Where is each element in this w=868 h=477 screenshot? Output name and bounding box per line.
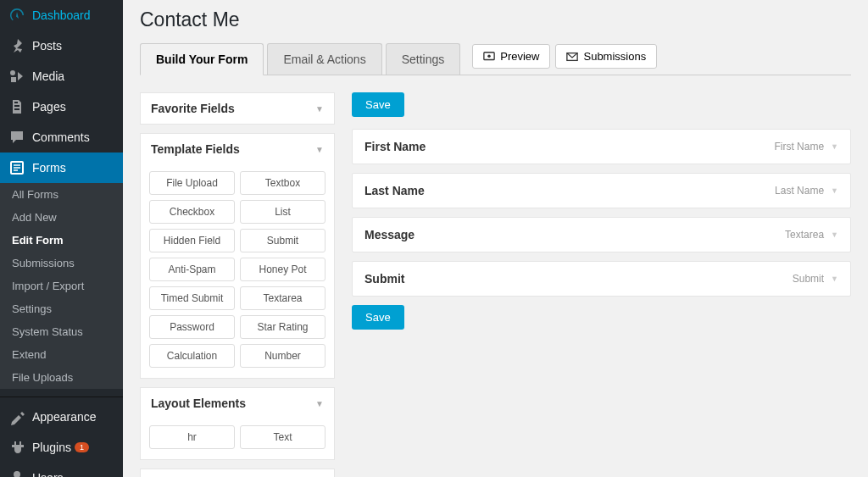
form-field-message[interactable]: MessageTextarea▼ (352, 217, 851, 252)
field-type-timed-submit[interactable]: Timed Submit (149, 286, 235, 310)
submenu-item-file-uploads[interactable]: File Uploads (0, 366, 123, 389)
submenu-item-extend[interactable]: Extend (0, 343, 123, 366)
field-type-honey-pot[interactable]: Honey Pot (240, 258, 326, 281)
menu-label: Forms (32, 161, 66, 175)
field-label: Submit (364, 272, 404, 286)
field-palette: Favorite Fields▼Template Fields▼File Upl… (140, 92, 335, 477)
comment-icon (8, 129, 25, 146)
menu-item-comments[interactable]: Comments (0, 122, 123, 153)
field-type-text: Last Name (775, 185, 824, 197)
field-type-star-rating[interactable]: Star Rating (240, 315, 326, 339)
svg-point-3 (487, 54, 491, 58)
field-type-hr[interactable]: hr (149, 425, 235, 449)
menu-item-users[interactable]: Users (0, 463, 123, 477)
submenu-item-system-status[interactable]: System Status (0, 320, 123, 343)
panel-title: Favorite Fields (151, 102, 235, 115)
menu-separator (0, 393, 123, 397)
chevron-down-icon: ▼ (315, 145, 324, 154)
field-type-textbox[interactable]: Textbox (240, 171, 326, 195)
field-type-indicator: Textarea▼ (785, 229, 838, 241)
field-type-hidden-field[interactable]: Hidden Field (149, 229, 235, 252)
menu-item-posts[interactable]: Posts (0, 31, 123, 61)
panel-template-fields: Template Fields▼File UploadTextboxCheckb… (140, 133, 335, 379)
dashboard-icon (8, 7, 25, 24)
main-content: Contact Me Build Your FormEmail & Action… (123, 0, 868, 477)
submenu-item-all-forms[interactable]: All Forms (0, 183, 123, 206)
field-type-textarea[interactable]: Textarea (240, 286, 326, 310)
submenu-item-import-export[interactable]: Import / Export (0, 275, 123, 297)
form-field-first-name[interactable]: First NameFirst Name▼ (352, 129, 851, 164)
media-icon (8, 68, 25, 85)
field-label: Message (364, 228, 415, 241)
panel-title: Layout Elements (151, 397, 246, 410)
form-field-submit[interactable]: SubmitSubmit▼ (352, 261, 851, 297)
panel-body: File UploadTextboxCheckboxListHidden Fie… (141, 164, 334, 378)
menu-label: Users (32, 471, 64, 477)
field-type-file-upload[interactable]: File Upload (149, 171, 235, 195)
menu-label: Appearance (32, 410, 97, 424)
panel-header[interactable]: Layout Elements▼ (141, 388, 334, 419)
panel-favorite-fields: Favorite Fields▼ (140, 92, 335, 125)
panel-header[interactable]: User Information▼ (141, 469, 334, 477)
field-type-text: Submit (793, 273, 824, 285)
preview-button[interactable]: Preview (472, 44, 550, 69)
field-type-text: Textarea (785, 229, 824, 241)
panel-user-information: User Information▼First NameLast Name (140, 469, 335, 477)
field-type-submit[interactable]: Submit (240, 229, 326, 252)
pin-icon (8, 37, 25, 54)
chevron-down-icon: ▼ (831, 186, 838, 195)
chevron-down-icon: ▼ (315, 104, 324, 114)
field-type-checkbox[interactable]: Checkbox (149, 200, 235, 224)
field-type-text[interactable]: Text (240, 425, 326, 449)
page-title: Contact Me (140, 8, 851, 31)
chevron-down-icon: ▼ (831, 230, 838, 239)
submissions-button[interactable]: Submissions (555, 44, 657, 69)
panel-body: hrText (141, 419, 334, 459)
field-label: Last Name (364, 184, 425, 197)
menu-item-forms[interactable]: Forms (0, 153, 123, 183)
save-button-top[interactable]: Save (352, 92, 404, 117)
menu-label: Pages (32, 100, 66, 114)
menu-item-media[interactable]: Media (0, 61, 123, 92)
submenu-item-edit-form[interactable]: Edit Form (0, 229, 123, 252)
tab-settings[interactable]: Settings (386, 43, 461, 75)
mail-icon (566, 51, 578, 63)
field-type-indicator: Last Name▼ (775, 185, 838, 197)
submenu-item-add-new[interactable]: Add New (0, 206, 123, 229)
tab-email-actions[interactable]: Email & Actions (267, 43, 381, 75)
chevron-down-icon: ▼ (315, 399, 324, 408)
submenu-item-submissions[interactable]: Submissions (0, 252, 123, 275)
field-label: First Name (364, 140, 426, 153)
menu-label: Posts (32, 39, 62, 53)
form-icon (8, 159, 25, 176)
menu-label: Comments (32, 130, 90, 144)
svg-point-1 (14, 471, 20, 477)
appearance-icon (8, 408, 25, 425)
submissions-label: Submissions (583, 50, 646, 63)
menu-item-plugins[interactable]: Plugins1 (0, 432, 123, 463)
panel-header[interactable]: Favorite Fields▼ (141, 93, 334, 124)
field-type-list[interactable]: List (240, 200, 326, 224)
form-field-last-name[interactable]: Last NameLast Name▼ (352, 173, 851, 208)
preview-label: Preview (500, 50, 539, 63)
field-type-number[interactable]: Number (240, 344, 326, 368)
field-type-calculation[interactable]: Calculation (149, 344, 235, 368)
panel-title: Template Fields (151, 142, 240, 156)
panel-header[interactable]: Template Fields▼ (141, 134, 334, 164)
menu-item-dashboard[interactable]: Dashboard (0, 0, 123, 31)
field-type-indicator: First Name▼ (774, 141, 838, 153)
panel-layout-elements: Layout Elements▼hrText (140, 387, 335, 460)
form-builder: Save First NameFirst Name▼Last NameLast … (352, 92, 851, 477)
tab-build-your-form[interactable]: Build Your Form (140, 43, 264, 75)
menu-label: Dashboard (32, 8, 91, 22)
menu-item-pages[interactable]: Pages (0, 92, 123, 122)
preview-icon (483, 51, 495, 63)
menu-item-appearance[interactable]: Appearance (0, 402, 123, 432)
plugin-icon (8, 439, 25, 456)
field-type-anti-spam[interactable]: Anti-Spam (149, 258, 235, 281)
submenu-item-settings[interactable]: Settings (0, 297, 123, 320)
field-type-password[interactable]: Password (149, 315, 235, 339)
field-type-indicator: Submit▼ (793, 273, 838, 285)
update-badge: 1 (75, 442, 89, 452)
save-button-bottom[interactable]: Save (352, 305, 404, 330)
